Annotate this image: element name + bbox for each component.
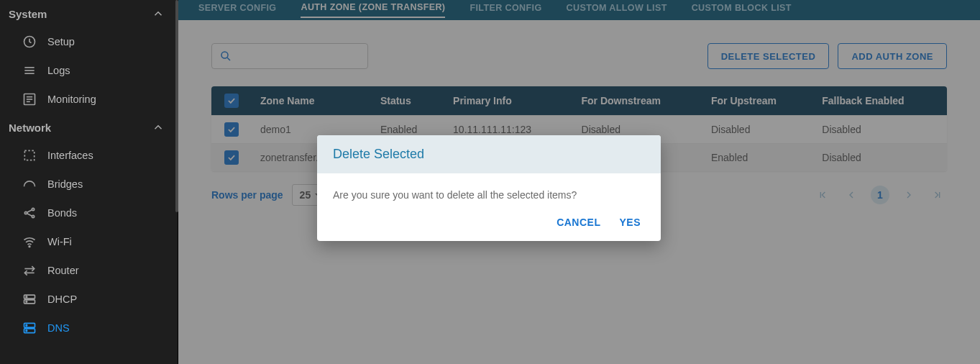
sidebar-section-system[interactable]: System: [0, 0, 178, 27]
arrows-lr-icon: [22, 263, 37, 278]
sidebar-item-dhcp[interactable]: DHCP: [0, 285, 178, 314]
sidebar-item-label: Bonds: [47, 207, 77, 219]
sidebar-item-setup[interactable]: Setup: [0, 27, 178, 56]
sidebar-item-logs[interactable]: Logs: [0, 56, 178, 85]
yes-button[interactable]: YES: [619, 217, 641, 228]
svg-point-11: [32, 215, 34, 217]
sidebar-item-label: Monitoring: [47, 94, 96, 105]
sidebar-section-label: Network: [9, 122, 51, 134]
sidebar-item-label: DHCP: [47, 294, 77, 305]
svg-rect-8: [24, 150, 34, 160]
share-icon: [22, 206, 37, 220]
sidebar-item-bonds[interactable]: Bonds: [0, 199, 178, 227]
sidebar-item-label: Wi-Fi: [47, 236, 72, 247]
sidebar-item-dns[interactable]: DNS: [0, 314, 178, 342]
sidebar-item-interfaces[interactable]: Interfaces: [0, 141, 178, 170]
sidebar-item-label: Setup: [47, 36, 75, 47]
svg-line-13: [27, 214, 32, 216]
svg-point-10: [32, 208, 34, 210]
sidebar-item-monitoring[interactable]: Monitoring: [0, 85, 178, 114]
svg-line-12: [27, 210, 32, 212]
dialog-title: Delete Selected: [317, 135, 661, 173]
sidebar-item-label: Router: [47, 265, 79, 276]
lines-icon: [22, 63, 37, 78]
sidebar-item-label: Interfaces: [47, 150, 93, 161]
dialog-message: Are you sure you want to delete all the …: [317, 173, 661, 208]
wifi-icon: [22, 235, 37, 249]
arc-icon: [22, 177, 37, 191]
svg-point-20: [26, 301, 27, 303]
sidebar-item-router[interactable]: Router: [0, 256, 178, 285]
sidebar-section-network[interactable]: Network: [0, 114, 178, 141]
svg-point-9: [24, 211, 27, 214]
svg-point-24: [26, 330, 27, 332]
sidebar-item-bridges[interactable]: Bridges: [0, 170, 178, 199]
server-icon: [22, 292, 37, 306]
svg-point-19: [26, 296, 27, 298]
delete-confirm-dialog: Delete Selected Are you sure you want to…: [317, 135, 661, 241]
chevron-up-icon: [152, 121, 165, 134]
sidebar-item-label: DNS: [47, 322, 70, 334]
chevron-up-icon: [152, 7, 165, 20]
dashed-box-icon: [22, 148, 37, 163]
svg-point-23: [26, 324, 27, 326]
sidebar-item-label: Logs: [47, 65, 70, 76]
clock-icon: [22, 35, 37, 49]
sidebar-section-label: System: [9, 8, 47, 20]
list-icon: [22, 92, 37, 106]
sidebar: System Setup Logs Monitoring Network: [0, 0, 178, 364]
svg-point-14: [29, 246, 30, 247]
dns-icon: [22, 321, 37, 335]
sidebar-item-wifi[interactable]: Wi-Fi: [0, 227, 178, 256]
cancel-button[interactable]: CANCEL: [557, 217, 600, 228]
sidebar-item-label: Bridges: [47, 178, 83, 190]
